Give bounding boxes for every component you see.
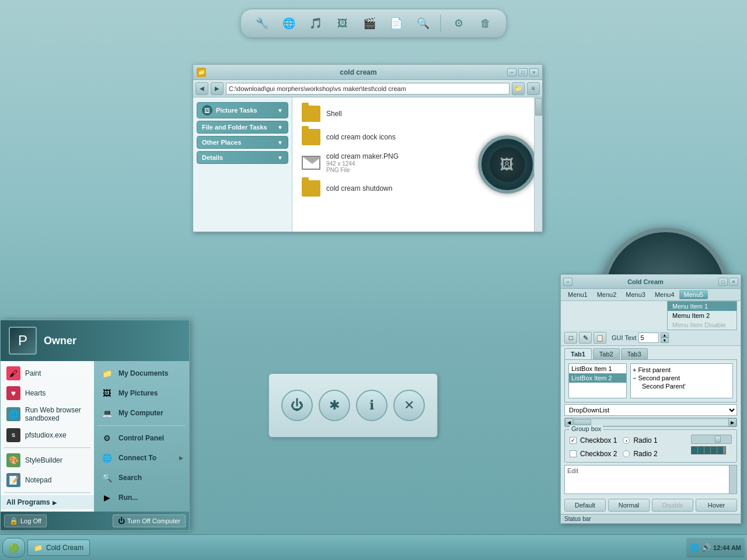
- start-item-my-computer[interactable]: 💻 My Computer: [94, 403, 189, 423]
- cc-radio2[interactable]: [623, 450, 630, 457]
- dock-tool-icon[interactable]: 🔧: [253, 14, 271, 33]
- start-item-browser[interactable]: 🌐 Run Web browser sandboxed: [1, 403, 94, 425]
- file-item-png-type: PNG File: [326, 167, 399, 173]
- start-item-hearts[interactable]: ♥ Hearts: [1, 383, 94, 403]
- details-header[interactable]: Details ▼: [197, 152, 288, 163]
- cc-paste-btn[interactable]: 📋: [594, 332, 606, 344]
- dock-video-icon[interactable]: 🎬: [360, 14, 379, 33]
- details-panel: Details ▼: [197, 151, 288, 164]
- cc-edit-area[interactable]: Edit: [564, 465, 737, 494]
- cc-restore-btn[interactable]: □: [718, 278, 728, 286]
- power-button[interactable]: ⏻: [281, 390, 313, 421]
- user-name: Owner: [44, 335, 76, 347]
- folder-tasks-header[interactable]: File and Folder Tasks ▼: [197, 121, 288, 133]
- cc-new-btn[interactable]: □: [564, 332, 577, 344]
- cc-radio1[interactable]: •: [623, 437, 630, 444]
- cc-menu-item3-disabled: Menu Item Disable: [668, 320, 736, 330]
- cc-scroll-right[interactable]: ▶: [728, 418, 736, 426]
- start-item-paint[interactable]: 🖌 Paint: [1, 363, 94, 383]
- cc-progress-seg4: [711, 447, 717, 454]
- cc-listbox-item2[interactable]: ListBox Item 2: [569, 373, 626, 383]
- other-places-header[interactable]: Other Places ▼: [197, 136, 288, 148]
- go-btn[interactable]: 📁: [512, 82, 525, 95]
- cc-dropdown[interactable]: DropDownList: [564, 404, 737, 416]
- dock-settings-icon[interactable]: ⚙: [449, 14, 468, 33]
- cc-checkbox1-label: Checkbox 1: [580, 436, 617, 444]
- cc-listbox[interactable]: ListBox Item 1 ListBox Item 2: [568, 363, 627, 398]
- back-btn[interactable]: ◀: [196, 82, 208, 95]
- dock-document-icon[interactable]: 📄: [387, 14, 406, 33]
- start-item-pfstudio[interactable]: S pfstudiox.exe: [1, 425, 94, 445]
- cc-tree-item3[interactable]: Second Parent': [633, 382, 731, 390]
- control-panel-icon: ⚙: [100, 431, 114, 445]
- cc-default-btn[interactable]: Default: [564, 499, 606, 512]
- file-scrollbar[interactable]: [534, 97, 542, 232]
- cc-hover-btn[interactable]: Hover: [696, 499, 737, 512]
- cc-tab3[interactable]: Tab3: [621, 348, 648, 359]
- cc-listbox-item1[interactable]: ListBox Item 1: [569, 364, 626, 373]
- turn-off-btn[interactable]: ⏻ Turn Off Computer: [113, 514, 186, 527]
- cc-progress-seg3: [704, 447, 710, 454]
- dock-music-icon[interactable]: 🎵: [306, 14, 325, 33]
- cc-tab2[interactable]: Tab2: [593, 348, 620, 359]
- cc-normal-btn[interactable]: Normal: [608, 499, 650, 512]
- tray-volume-icon[interactable]: 🔊: [701, 543, 711, 552]
- start-item-notepad[interactable]: 📝 Notepad: [1, 470, 94, 490]
- connect-to-arrow: ▶: [179, 455, 183, 461]
- cc-tree-item1[interactable]: + First parent: [633, 366, 731, 374]
- cc-menu2[interactable]: Menu2: [592, 290, 622, 299]
- cc-menu5[interactable]: Menu5: [679, 290, 708, 299]
- file-item-shell[interactable]: Shell: [298, 103, 536, 124]
- start-item-control-panel[interactable]: ⚙ Control Panel: [94, 428, 189, 448]
- all-programs-btn[interactable]: All Programs: [1, 495, 94, 509]
- forward-btn[interactable]: ▶: [211, 82, 224, 95]
- dock-photo-icon[interactable]: 🖼: [333, 14, 352, 33]
- cc-minimize-btn[interactable]: −: [563, 278, 573, 286]
- cc-tab1[interactable]: Tab1: [564, 348, 592, 359]
- cc-menu3[interactable]: Menu3: [621, 290, 650, 299]
- close-media-button[interactable]: ✕: [393, 390, 425, 421]
- gui-text-input[interactable]: [638, 332, 659, 343]
- start-item-connect-to[interactable]: 🌐 Connect To ▶: [94, 448, 189, 468]
- info-button[interactable]: ℹ: [356, 390, 388, 421]
- taskbar-cold-cream[interactable]: 📁 Cold Cream: [27, 540, 90, 556]
- log-off-btn[interactable]: 🔒 Log Off: [4, 514, 47, 527]
- cc-slider[interactable]: [691, 435, 732, 444]
- dock-trash-icon[interactable]: 🗑: [476, 14, 495, 33]
- spinner-down[interactable]: ▼: [661, 338, 669, 343]
- cc-checkbox2[interactable]: [570, 450, 577, 457]
- start-item-search[interactable]: 🔍 Search: [94, 468, 189, 488]
- cc-menu4[interactable]: Menu4: [650, 290, 679, 299]
- cc-groupbox: Group box ✓ Checkbox 1 Checkbox 2 • Radi…: [564, 429, 737, 463]
- dock-search-icon[interactable]: 🔍: [414, 14, 432, 33]
- cc-close-btn[interactable]: ×: [729, 278, 738, 286]
- asterisk-button[interactable]: ✱: [319, 390, 350, 421]
- cc-tree: + First parent − Second parent Second Pa…: [630, 363, 733, 398]
- taskbar: 🟢 📁 Cold Cream 🌐 🔊 12:44 AM: [0, 534, 747, 560]
- dock-globe-icon[interactable]: 🌐: [280, 14, 298, 33]
- file-maximize-btn[interactable]: □: [518, 68, 528, 76]
- file-close-btn[interactable]: ×: [529, 68, 539, 76]
- file-minimize-btn[interactable]: −: [507, 68, 516, 76]
- start-item-stylebuilder[interactable]: 🎨 StyleBuilder: [1, 450, 94, 470]
- address-bar[interactable]: [226, 83, 509, 94]
- spinner-up[interactable]: ▲: [661, 332, 669, 338]
- cc-menu-item2[interactable]: Memu Item 2: [668, 311, 736, 320]
- picture-tasks-header[interactable]: 🖼 Picture Tasks ▼: [197, 103, 288, 118]
- file-item-shell-name: Shell: [326, 110, 342, 118]
- start-item-my-documents[interactable]: 📁 My Documents: [94, 363, 189, 383]
- start-item-my-pictures[interactable]: 🖼 My Pictures: [94, 383, 189, 403]
- details-label: Details: [202, 154, 277, 161]
- cc-menu1[interactable]: Menu1: [563, 290, 592, 299]
- cc-menu-item1[interactable]: Menu Item 1: [668, 302, 736, 311]
- tray-network-icon[interactable]: 🌐: [690, 543, 699, 552]
- view-btn[interactable]: ≡: [527, 82, 540, 95]
- cc-edit-btn[interactable]: ✎: [579, 332, 592, 344]
- start-item-run[interactable]: ▶ Run...: [94, 488, 189, 508]
- cc-checkbox1[interactable]: ✓: [570, 437, 577, 444]
- cc-tree-item2[interactable]: − Second parent: [633, 374, 731, 382]
- cc-edit-vscroll[interactable]: [729, 466, 736, 494]
- folder-tasks-arrow: ▼: [277, 124, 283, 131]
- preview-inner: 🖼: [490, 147, 525, 182]
- start-button[interactable]: 🟢: [2, 538, 25, 558]
